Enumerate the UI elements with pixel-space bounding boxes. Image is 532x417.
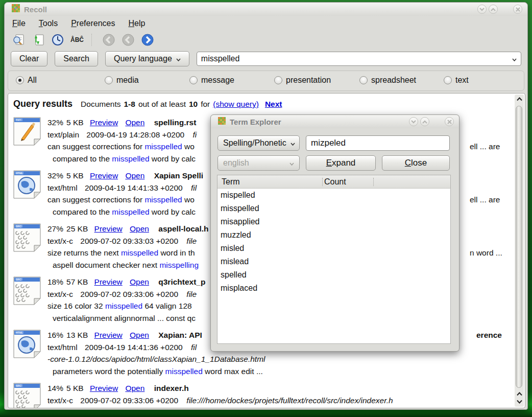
- recoll-app-icon: [12, 4, 20, 14]
- radio-icon[interactable]: [359, 76, 368, 84]
- language-dropdown: english: [217, 155, 300, 171]
- scroll-up-icon[interactable]: [515, 390, 524, 398]
- history-clock-icon[interactable]: [51, 33, 65, 47]
- term-table-row[interactable]: misled: [217, 242, 450, 255]
- search-document-icon[interactable]: [12, 33, 26, 47]
- term-table-row[interactable]: misspelled: [217, 202, 450, 215]
- open-link[interactable]: Open: [125, 384, 144, 392]
- search-button[interactable]: Search: [55, 51, 98, 66]
- expansion-mode-dropdown[interactable]: Spelling/Phonetic: [217, 135, 300, 151]
- term-table-row[interactable]: muzzled: [217, 228, 450, 242]
- term-cell: mislead: [221, 257, 249, 266]
- main-titlebar[interactable]: Recoll: [5, 3, 527, 16]
- filter-radio-message[interactable]: message: [189, 76, 234, 85]
- snippet-line: -core-1.0.12/docs/apidoc/html/classXapia…: [47, 353, 514, 365]
- file-size: 25 KB: [66, 224, 88, 233]
- term-table-header: Term Count: [217, 175, 450, 189]
- relevance-percent: 32%: [47, 171, 63, 180]
- radio-icon[interactable]: [444, 76, 452, 84]
- spellcheck-icon[interactable]: ÅBĈ: [70, 33, 84, 47]
- file-url: file:///home/dockes/projets/fulltext/rec…: [186, 396, 393, 405]
- radio-icon[interactable]: [16, 76, 24, 84]
- next-page-link[interactable]: Next: [265, 100, 282, 109]
- highlighted-term: misspelled: [105, 302, 142, 310]
- highlighted-term: misspelled: [112, 207, 149, 216]
- svg-text:HTML: HTML: [16, 172, 23, 175]
- radio-icon[interactable]: [274, 76, 282, 84]
- src-doc-icon[interactable]: SRC: [12, 223, 42, 254]
- close-icon[interactable]: [445, 117, 454, 126]
- file-date: 2009-07-02 09:33:06 +0200: [80, 290, 178, 298]
- update-index-icon[interactable]: [31, 33, 45, 47]
- filter-radio-text[interactable]: text: [444, 76, 469, 85]
- radio-icon[interactable]: [105, 76, 113, 84]
- toolbar: ÅBĈ: [5, 31, 527, 49]
- menu-preferences[interactable]: Preferences: [71, 19, 115, 28]
- src-doc-icon[interactable]: SRC: [12, 276, 42, 308]
- scroll-down-icon[interactable]: [515, 398, 524, 405]
- chevron-down-icon: [176, 54, 181, 63]
- term-table-row[interactable]: mislead: [217, 255, 450, 268]
- radio-icon[interactable]: [189, 76, 198, 84]
- close-button[interactable]: Close: [382, 155, 450, 171]
- preview-link[interactable]: Preview: [90, 118, 118, 127]
- minimize-icon[interactable]: [477, 5, 487, 14]
- menu-tools[interactable]: Tools: [39, 19, 58, 28]
- term-table: Term Count mispelledmisspelledmisapplied…: [217, 175, 451, 344]
- term-table-row[interactable]: spelled: [217, 268, 450, 282]
- chevron-down-icon[interactable]: [512, 54, 517, 63]
- relevance-percent: 32%: [47, 118, 63, 127]
- preview-link[interactable]: Preview: [94, 277, 123, 286]
- query-language-dropdown[interactable]: Query language: [105, 51, 189, 66]
- filter-radio-media[interactable]: media: [105, 76, 139, 85]
- show-query-link[interactable]: (show query): [213, 100, 259, 109]
- scroll-up-icon[interactable]: [515, 96, 524, 103]
- maximize-icon[interactable]: [420, 117, 429, 126]
- minimize-icon[interactable]: [409, 117, 418, 126]
- clear-button[interactable]: Clear: [11, 51, 47, 66]
- expand-button[interactable]: Expand: [306, 155, 376, 171]
- menu-help[interactable]: Help: [128, 19, 145, 28]
- preview-link[interactable]: Preview: [90, 171, 118, 180]
- results-scrollbar[interactable]: [515, 95, 524, 407]
- relevance-percent: 18%: [47, 277, 63, 286]
- term-table-row[interactable]: misplaced: [217, 282, 450, 295]
- nav-forward-icon[interactable]: [140, 33, 155, 47]
- src-doc-icon[interactable]: SRC: [12, 382, 42, 408]
- term-input[interactable]: mizpeled: [306, 135, 450, 151]
- filter-radio-presentation[interactable]: presentation: [274, 76, 331, 85]
- txt-doc-icon[interactable]: TXT: [12, 117, 42, 148]
- close-icon[interactable]: [513, 5, 522, 14]
- file-size: 5 KB: [66, 171, 84, 180]
- open-link[interactable]: Open: [130, 277, 149, 286]
- open-link[interactable]: Open: [130, 224, 149, 233]
- maximize-icon[interactable]: [489, 5, 498, 14]
- filter-radio-all[interactable]: All: [16, 76, 37, 85]
- html-doc-icon[interactable]: HTML: [12, 329, 42, 361]
- preview-link[interactable]: Preview: [94, 331, 123, 339]
- count-column-header[interactable]: Count: [323, 177, 346, 187]
- highlighted-term: misspelled: [112, 154, 149, 163]
- results-header: Query results Documents 1-8 out of at le…: [8, 94, 525, 109]
- scrollbar-thumb[interactable]: [516, 106, 522, 388]
- file-url: fil: [191, 343, 197, 352]
- preview-link[interactable]: Preview: [94, 224, 123, 233]
- term-column-header[interactable]: Term: [217, 177, 323, 187]
- html-doc-icon[interactable]: HTML: [12, 170, 42, 201]
- preview-link[interactable]: Preview: [90, 384, 118, 392]
- open-link[interactable]: Open: [130, 331, 149, 339]
- open-link[interactable]: Open: [125, 171, 144, 180]
- results-title: Query results: [13, 99, 72, 109]
- term-table-row[interactable]: mispelled: [217, 189, 450, 202]
- mime-type: text/x-c: [47, 396, 73, 405]
- svg-text:SRC: SRC: [16, 384, 21, 387]
- chevron-down-icon: [289, 158, 294, 168]
- filter-radio-spreadsheet[interactable]: spreadsheet: [359, 76, 416, 85]
- file-url: fi: [192, 130, 197, 139]
- menu-file[interactable]: File: [12, 19, 26, 28]
- dialog-titlebar[interactable]: Term Explorer: [211, 115, 459, 128]
- term-table-row[interactable]: misapplied: [217, 215, 450, 228]
- search-input[interactable]: misspelled: [197, 52, 521, 66]
- term-cell: misplaced: [221, 284, 257, 292]
- open-link[interactable]: Open: [125, 118, 144, 127]
